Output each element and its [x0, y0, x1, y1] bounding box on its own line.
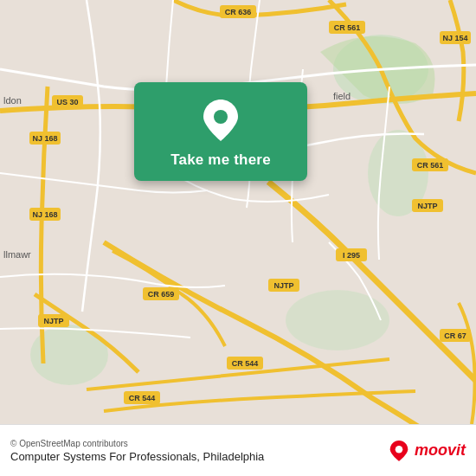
svg-text:CR 67: CR 67 — [444, 331, 466, 340]
osm-attribution: © OpenStreetMap contributors — [10, 439, 264, 448]
svg-text:ldon: ldon — [3, 95, 22, 106]
moovit-pin-icon — [389, 441, 409, 461]
svg-text:NJ 154: NJ 154 — [442, 34, 467, 42]
svg-text:NJ 168: NJ 168 — [32, 210, 57, 219]
svg-text:CR 544: CR 544 — [232, 359, 259, 368]
svg-point-38 — [214, 110, 228, 124]
svg-text:NJTP: NJTP — [273, 281, 293, 290]
svg-point-39 — [396, 446, 403, 453]
svg-text:I 295: I 295 — [343, 251, 360, 260]
svg-text:NJTP: NJTP — [43, 317, 63, 325]
svg-text:CR 561: CR 561 — [334, 23, 361, 32]
svg-text:llmawr: llmawr — [3, 249, 31, 260]
svg-text:CR 659: CR 659 — [148, 290, 175, 299]
place-name: Computer Systems For Professionals, Phil… — [10, 450, 264, 463]
bottom-bar: © OpenStreetMap contributors Computer Sy… — [0, 424, 476, 476]
svg-text:field: field — [333, 91, 351, 101]
svg-text:NJ 168: NJ 168 — [32, 134, 57, 143]
take-me-label: Take me there — [170, 151, 271, 169]
svg-text:CR 544: CR 544 — [129, 394, 156, 402]
location-pin-icon — [198, 98, 243, 143]
take-me-card[interactable]: Take me there — [134, 82, 307, 181]
svg-text:CR 636: CR 636 — [225, 8, 252, 16]
bottom-info: © OpenStreetMap contributors Computer Sy… — [10, 439, 264, 463]
svg-text:US 30: US 30 — [56, 98, 78, 106]
svg-text:NJTP: NJTP — [417, 202, 437, 210]
moovit-text: moovit — [415, 441, 466, 460]
svg-point-3 — [286, 290, 389, 351]
svg-text:CR 561: CR 561 — [417, 161, 444, 170]
map-svg: CR 636 CR 561 NJ 154 US 30 NJ 168 NJ 168… — [0, 0, 476, 424]
moovit-logo: moovit — [389, 441, 466, 461]
map-view: CR 636 CR 561 NJ 154 US 30 NJ 168 NJ 168… — [0, 0, 476, 424]
